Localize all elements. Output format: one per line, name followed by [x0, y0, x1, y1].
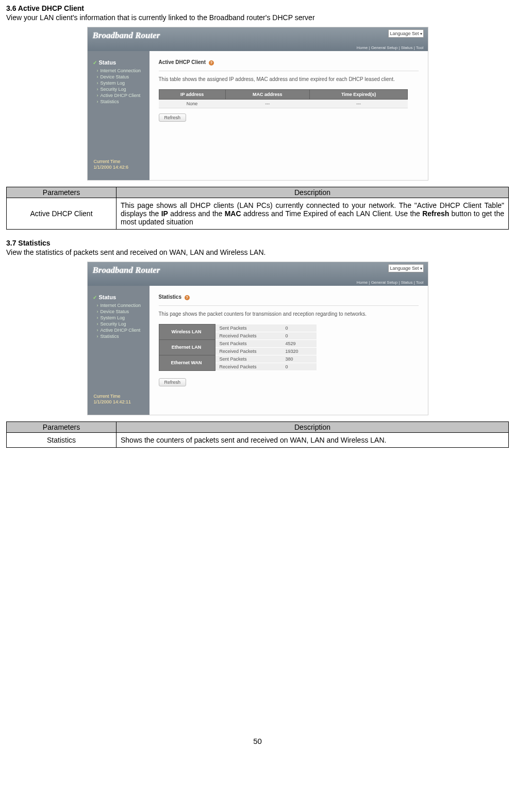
dhcp-th-mac: MAC address [225, 90, 309, 100]
stats-k: Sent Packets [215, 355, 281, 363]
ptable-h-desc: Description [117, 187, 509, 198]
sidebar-item-device[interactable]: Device Status [88, 308, 149, 315]
stats-v: 19320 [281, 347, 317, 355]
time-label: Current Time [94, 394, 149, 400]
panel-desc-stats: This page shows the packet counters for … [159, 311, 419, 317]
sidebar-item-stats[interactable]: Statistics [88, 333, 149, 339]
sidebar-item-internet[interactable]: Internet Connection [88, 68, 149, 74]
panel-title-text: Statistics [159, 294, 181, 300]
dhcp-th-ip: IP address [159, 90, 225, 100]
language-label: Language Set [390, 266, 419, 271]
time-value: 1/1/2000 14:42:11 [94, 399, 149, 405]
section-title-stats: 3.7 Statistics [6, 239, 509, 247]
sidebar-status-heading[interactable]: Status [88, 58, 149, 68]
dhcp-th-time: Time Expired(s) [309, 90, 408, 100]
desc-bold-refresh: Refresh [422, 209, 449, 218]
panel-desc-dhcp: This table shows the assigned IP address… [159, 76, 419, 82]
ptable-h-params: Parameters [7, 187, 117, 198]
stats-v: 0 [281, 332, 317, 339]
language-label: Language Set [390, 31, 419, 36]
chevron-down-icon: ▾ [420, 31, 422, 36]
sidebar-item-internet[interactable]: Internet Connection [88, 302, 149, 308]
language-selector[interactable]: Language Set ▾ [388, 29, 423, 38]
sidebar-item-stats[interactable]: Statistics [88, 99, 149, 105]
router-screenshot-stats: Broadband Router Language Set ▾ Home | G… [87, 262, 428, 415]
desc-text: address and Time Expired of each LAN Cli… [241, 209, 423, 218]
time-value: 1/1/2000 14:42:6 [94, 165, 149, 171]
stats-v: 0 [281, 363, 317, 370]
stats-group-wan: Ethernet WAN [159, 355, 215, 370]
chevron-down-icon: ▾ [420, 266, 422, 271]
language-selector[interactable]: Language Set ▾ [388, 264, 423, 272]
stats-k: Sent Packets [215, 339, 281, 347]
stats-group-wlan: Wireless LAN [159, 324, 215, 340]
divider [159, 305, 419, 306]
sidebar-status-heading[interactable]: Status [88, 293, 149, 302]
sidebar-time: Current Time 1/1/2000 14:42:11 [88, 394, 149, 415]
sidebar-item-dhcp[interactable]: Active DHCP Client [88, 327, 149, 333]
stats-v: 4529 [281, 339, 317, 347]
router-screenshot-dhcp: Broadband Router Language Set ▾ Home | G… [87, 27, 428, 181]
desc-bold-mac: MAC [225, 209, 241, 218]
ptable-cell-desc: This page shows all DHCP clients (LAN PC… [117, 198, 509, 230]
content-dhcp: Active DHCP Client ? This table shows th… [149, 51, 428, 180]
dhcp-cell-mac: --- [225, 100, 309, 108]
sidebar-item-dhcp[interactable]: Active DHCP Client [88, 92, 149, 99]
router-brand: Broadband Router [88, 262, 428, 275]
sidebar-item-seclog[interactable]: Security Log [88, 86, 149, 92]
panel-title-text: Active DHCP Client [159, 59, 206, 65]
help-icon[interactable]: ? [185, 295, 190, 300]
stats-k: Received Packets [215, 363, 281, 370]
divider [159, 71, 419, 71]
dhcp-row: None --- --- [159, 100, 408, 108]
stats-v: 0 [281, 324, 317, 332]
section-title-dhcp: 3.6 Active DHCP Client [6, 4, 509, 12]
router-header: Broadband Router Language Set ▾ Home | G… [88, 27, 428, 51]
header-crumbs: Home | General Setup | Status | Tool [357, 45, 424, 50]
param-table-stats: Parameters Description Statistics Shows … [6, 421, 509, 448]
stats-k: Received Packets [215, 347, 281, 355]
stats-v: 380 [281, 355, 317, 363]
stats-group-lan: Ethernet LAN [159, 339, 215, 355]
dhcp-cell-time: --- [309, 100, 408, 108]
help-icon[interactable]: ? [209, 60, 214, 66]
refresh-button[interactable]: Refresh [159, 113, 187, 122]
panel-title-stats: Statistics ? [159, 294, 419, 303]
dhcp-cell-ip: None [159, 100, 225, 108]
section-intro-dhcp: View your LAN client's information that … [6, 13, 509, 22]
stats-k: Received Packets [215, 332, 281, 339]
param-table-dhcp: Parameters Description Active DHCP Clien… [6, 187, 509, 230]
sidebar-item-syslog[interactable]: System Log [88, 80, 149, 86]
desc-text: address and the [168, 209, 225, 218]
sidebar-item-device[interactable]: Device Status [88, 74, 149, 80]
statistics-table: Wireless LAN Sent Packets 0 Received Pac… [159, 324, 317, 371]
desc-bold-ip: IP [161, 209, 168, 218]
sidebar-item-syslog[interactable]: System Log [88, 315, 149, 321]
dhcp-client-table: IP address MAC address Time Expired(s) N… [159, 89, 408, 108]
ptable-cell-name: Statistics [7, 433, 117, 448]
panel-title-dhcp: Active DHCP Client ? [159, 59, 419, 69]
refresh-button[interactable]: Refresh [159, 378, 187, 386]
page-number: 50 [6, 737, 509, 745]
content-stats: Statistics ? This page shows the packet … [149, 286, 428, 415]
ptable-h-desc: Description [117, 422, 509, 433]
router-header: Broadband Router Language Set ▾ Home | G… [88, 262, 428, 286]
stats-k: Sent Packets [215, 324, 281, 332]
header-crumbs: Home | General Setup | Status | Tool [357, 280, 424, 285]
sidebar: Status Internet Connection Device Status… [88, 286, 149, 415]
ptable-cell-desc: Shows the counters of packets sent and r… [117, 433, 509, 448]
sidebar-item-seclog[interactable]: Security Log [88, 321, 149, 327]
sidebar-time: Current Time 1/1/2000 14:42:6 [88, 159, 149, 180]
time-label: Current Time [94, 159, 149, 165]
sidebar: Status Internet Connection Device Status… [88, 51, 149, 180]
router-brand: Broadband Router [88, 27, 428, 41]
section-intro-stats: View the statistics of packets sent and … [6, 248, 509, 256]
ptable-h-params: Parameters [7, 422, 117, 433]
ptable-cell-name: Active DHCP Client [7, 198, 117, 230]
